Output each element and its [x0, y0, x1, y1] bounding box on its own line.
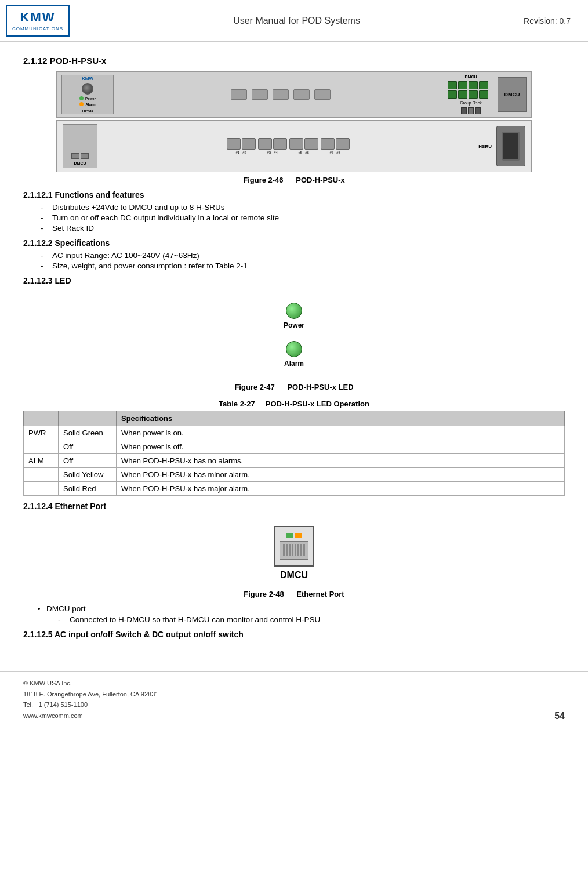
dev2-p6: [304, 138, 318, 150]
dev-far-right-dmcu: DMCU: [498, 77, 527, 112]
dev2-p8: [336, 138, 350, 150]
dev2-pg1: #1 #2: [227, 138, 256, 154]
td-alm-spec-minor: When POD-H-PSU-x has minor alarm.: [117, 468, 565, 482]
dev-btn-2: [458, 81, 467, 89]
dev2-p2: [242, 138, 256, 150]
power-led-circle: [286, 303, 302, 319]
eth-pin-2: [286, 544, 288, 556]
table-row: Off When power is off.: [24, 440, 565, 454]
figure-48-caption: Figure 2-48 Ethernet Port: [244, 590, 344, 598]
eth-port-visual: [274, 526, 314, 567]
eth-dmcu-port-item: DMCU port: [46, 604, 565, 613]
th-empty1: [24, 411, 59, 426]
dev-btn-4: [479, 81, 488, 89]
td-pwr-off: Off: [59, 440, 117, 454]
table-row: Solid Red When POD-H-PSU-x has major ala…: [24, 482, 565, 496]
td-alm-off: Off: [59, 454, 117, 468]
td-pwr-empty: [24, 440, 59, 454]
rack-bar-1: [461, 107, 467, 114]
td-alm-id: ALM: [24, 454, 59, 468]
td-pwr-id: PWR: [24, 426, 59, 440]
list-item-2: Turn on or off each DC output individual…: [41, 213, 565, 222]
dev-btn-3: [469, 81, 478, 89]
page-number: 54: [554, 711, 565, 721]
section-2121-list: Distributes +24Vdc to DMCU and up to 8 H…: [41, 203, 565, 233]
td-pwr-spec-on: When power is on.: [117, 426, 565, 440]
eth-pin-3: [289, 544, 291, 556]
power-led-label: Power: [284, 321, 304, 329]
eth-connector-body: [280, 541, 308, 560]
logo-kmw-text: KMW: [20, 10, 56, 25]
logo-area: KMW COMMUNICATIONS: [6, 5, 70, 37]
eth-port-figure: DMCU: [274, 526, 314, 580]
revision-label: Revision: 0.7: [524, 16, 571, 26]
eth-pin-1: [283, 544, 285, 556]
list-item-1: Distributes +24Vdc to DMCU and up to 8 H…: [41, 203, 565, 212]
dev2-p3: [258, 138, 272, 150]
section-2121-heading: 2.1.12.1 Functions and features: [23, 190, 565, 199]
section-2122-list: AC input Range: AC 100~240V (47~63Hz) Si…: [41, 251, 565, 270]
eth-pin-6: [297, 544, 299, 556]
section-2125-heading: 2.1.12.5 AC input on/off Switch & DC out…: [23, 630, 565, 639]
dev2-p1: [227, 138, 241, 150]
dev-btn-7: [469, 90, 478, 99]
eth-dmcu-label: DMCU: [280, 570, 308, 580]
main-content: 2.1.12 POD-H-PSU-x KMW Power Alarm HPSU: [0, 42, 588, 654]
dev2-conn-sm: [71, 153, 79, 159]
td-alm-empty1: [24, 468, 59, 482]
alarm-led-circle: [286, 341, 302, 357]
dev2-pg2: #3 #4: [258, 138, 287, 154]
section-212-heading: 2.1.12 POD-H-PSU-x: [23, 56, 565, 66]
dev2-hsru-label: HSRU: [478, 144, 494, 149]
dev2-pg4: #7 #8: [321, 138, 350, 154]
dev-conn-3: [273, 89, 289, 100]
power-led-sm: [79, 96, 84, 100]
eth-pin-7: [300, 544, 302, 556]
eth-pin-8: [303, 544, 305, 556]
dev-conn-2: [252, 89, 268, 100]
section-2123-heading: 2.1.12.3 LED: [23, 276, 565, 285]
rack-bar-2: [468, 107, 474, 114]
logo-comm-text: COMMUNICATIONS: [12, 26, 63, 31]
footer-info: © KMW USA Inc. 1818 E. Orangethrope Ave,…: [23, 678, 158, 721]
figure-47-container: Power Alarm Figure 2-47 POD-H-PSU-x LED: [23, 291, 565, 391]
td-alm-spec-no: When POD-H-PSU-x has no alarms.: [117, 454, 565, 468]
dev-conn-4: [293, 89, 310, 100]
alarm-led-label: Alarm: [284, 360, 304, 368]
section-2122-heading: 2.1.12.2 Specifications: [23, 238, 565, 248]
td-alm-empty2: [24, 482, 59, 496]
figure-46-container: KMW Power Alarm HPSU: [23, 71, 565, 184]
eth-port-image: DMCU: [274, 526, 314, 580]
dev2-pg3: #5 #6: [289, 138, 318, 154]
eth-pin-lines: [283, 544, 305, 556]
eth-sub-bullet: Connected to H-DMCU so that H-DMCU can m…: [58, 615, 565, 624]
th-specs: Specifications: [117, 411, 565, 426]
dev-conn-5: [314, 89, 331, 100]
led-operation-table: Specifications PWR Solid Green When powe…: [23, 411, 565, 496]
led-power-item: Power: [284, 303, 304, 329]
td-alm-yellow: Solid Yellow: [59, 468, 117, 482]
table-row: ALM Off When POD-H-PSU-x has no alarms.: [24, 454, 565, 468]
td-alm-spec-major: When POD-H-PSU-x has major alarm.: [117, 482, 565, 496]
footer-address: 1818 E. Orangethrope Ave, Fullerton, CA …: [23, 689, 158, 700]
dev-btn-8: [479, 90, 488, 99]
dev-right-area: DMCU Group Rack: [448, 75, 494, 114]
dev2-p7: [321, 138, 335, 150]
pod-device-bottom: DMCU #1 #2 #3 #4: [56, 120, 532, 172]
figure-48-container: DMCU Figure 2-48 Ethernet Port: [23, 517, 565, 598]
rack-bar-3: [475, 107, 481, 114]
dev2-port-groups: #1 #2 #3 #4 #5 #6: [100, 138, 476, 154]
eth-indicator-bars: [286, 533, 302, 538]
dev-btn-5: [448, 90, 457, 99]
table-row: Solid Yellow When POD-H-PSU-x has minor …: [24, 468, 565, 482]
alarm-led-sm: [79, 102, 84, 106]
page-footer: © KMW USA Inc. 1818 E. Orangethrope Ave,…: [0, 671, 588, 727]
document-title: User Manual for POD Systems: [70, 16, 524, 26]
dev-middle-connectors: [117, 89, 444, 100]
figure-46-caption: Figure 2-46 POD-H-PSU-x: [243, 176, 345, 184]
eth-green-bar: [286, 533, 293, 538]
dev-btn-6: [458, 90, 467, 99]
dev-conn-1: [231, 89, 247, 100]
th-empty2: [59, 411, 117, 426]
dev-hpsu-panel: KMW Power Alarm HPSU: [61, 75, 114, 114]
